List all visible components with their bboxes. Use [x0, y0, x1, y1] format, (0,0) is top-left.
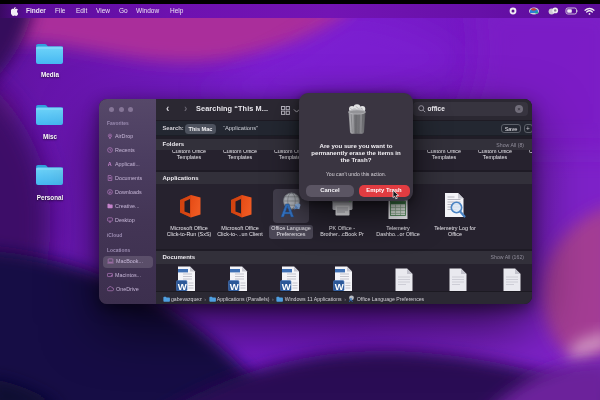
svg-text:A: A	[108, 161, 112, 167]
svg-text:A: A	[281, 200, 295, 219]
svg-text:W: W	[334, 280, 343, 291]
svg-text:A: A	[349, 297, 353, 302]
svg-text:W: W	[281, 280, 290, 291]
svg-text:W: W	[229, 280, 238, 291]
svg-text:W: W	[177, 280, 186, 291]
